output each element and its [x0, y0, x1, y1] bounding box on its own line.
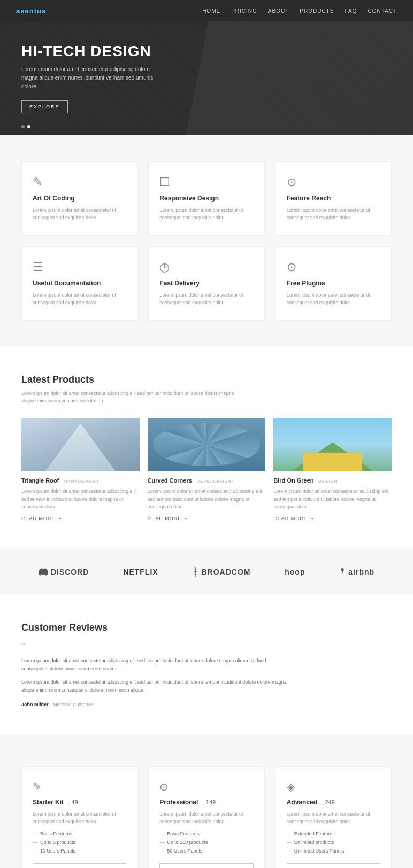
feature-card-2: ⊙ Feature Reach Lorem ipsum dolor amet c…: [276, 161, 392, 236]
hero-dot-2: [27, 125, 30, 128]
professional-price: . 149: [203, 799, 216, 805]
nav-links: HOME PRICING ABOUT PRODUCTS FAQ CONTACT: [202, 8, 397, 14]
advanced-desc: Lorem ipsum dolor amet consectetur ut co…: [287, 810, 380, 826]
professional-feature-2: 50 Users Panels: [159, 847, 253, 855]
feature-text-0: Lorem ipsum dolor amet consectetur ut co…: [33, 206, 126, 222]
nav-faq[interactable]: FAQ: [345, 8, 357, 14]
pricing-card-advanced: ◈ Advanced . 249 Lorem ipsum dolor amet …: [276, 766, 392, 868]
reviewer-name: John Milner: [21, 702, 49, 707]
professional-desc: Lorem ipsum dolor amet consectetur ut co…: [159, 810, 253, 826]
quote-icon: ": [21, 641, 392, 653]
feature-text-3: Lorem ipsum dolor amet consectetur ut co…: [33, 291, 126, 307]
hero-section: HI-TECH DESIGN Lorem ipsum dolor amet co…: [0, 21, 413, 135]
partners-section: DISCORD NETFLIX BROADCOM hoop airbnb: [0, 548, 413, 595]
product-card-2: Bird On Green DESIGN Lorem ipsum dolor s…: [273, 418, 392, 521]
product-card-1: Curved Corners DEVELOPMENT Lorem ipsum d…: [148, 418, 266, 521]
professional-name: Professional: [159, 799, 198, 806]
nav-home[interactable]: HOME: [202, 8, 220, 14]
products-subtitle: Lorem ipsum dolor sit amet consectetur a…: [21, 390, 235, 405]
feature-title-4: Fast Delivery: [159, 280, 253, 287]
logo: asentus: [16, 7, 46, 15]
feature-title-2: Feature Reach: [287, 195, 380, 202]
reviews-section: Customer Reviews " Lorem ipsum dolor sit…: [0, 595, 413, 734]
broadcom-icon: [192, 567, 198, 577]
product-desc-1: Lorem ipsum dolor sit amet consectetur a…: [148, 487, 266, 510]
product-title-1: Curved Corners: [148, 477, 192, 484]
nav-products[interactable]: PRODUCTS: [300, 8, 334, 14]
feature-card-0: ✎ Art Of Coding Lorem ipsum dolor amet c…: [21, 161, 137, 236]
feature-card-4: ◷ Fast Delivery Lorem ipsum dolor amet c…: [148, 246, 264, 321]
product-image-1: [148, 418, 266, 471]
starter-name: Starter Kit: [33, 799, 64, 806]
docs-icon: ☰: [33, 260, 126, 274]
read-more-2[interactable]: READ MORE →: [273, 516, 315, 521]
explore-button[interactable]: EXPLORE: [21, 100, 68, 113]
professional-icon: ⊙: [159, 780, 253, 793]
review-quote: Lorem ipsum dolor sit amet consectetur a…: [21, 657, 289, 673]
advanced-features: Extended Features Unlimited products Unl…: [287, 830, 380, 855]
pricing-section: ✎ Starter Kit . 49 Lorem ipsum dolor ame…: [0, 734, 413, 868]
product-desc-0: Lorem ipsum dolor sit amet consectetur a…: [21, 487, 140, 510]
product-category-1: DEVELOPMENT: [196, 479, 234, 484]
product-card-0: Triangle Roof MANAGEMENT Lorem ipsum dol…: [21, 418, 140, 521]
starter-feature-1: Up to 5 products: [33, 838, 126, 847]
starter-icon: ✎: [33, 780, 126, 793]
airbnb-label: airbnb: [348, 568, 374, 576]
discord-label: DISCORD: [51, 568, 89, 576]
nav-pricing[interactable]: PRICING: [231, 8, 257, 14]
feature-text-1: Lorem ipsum dolor amet consectetur ut co…: [159, 206, 253, 222]
pricing-card-professional: ⊙ Professional . 149 Lorem ipsum dolor a…: [148, 766, 264, 868]
reviews-title: Customer Reviews: [21, 622, 392, 633]
products-grid: Triangle Roof MANAGEMENT Lorem ipsum dol…: [21, 418, 392, 521]
advanced-choose-button[interactable]: CHOOSE: [287, 863, 380, 868]
delivery-icon: ◷: [159, 260, 253, 274]
navbar: asentus HOME PRICING ABOUT PRODUCTS FAQ …: [0, 0, 413, 21]
product-title-0: Triangle Roof: [21, 477, 59, 484]
hero-dot-1: [21, 125, 25, 128]
feature-title-3: Useful Documentation: [33, 280, 126, 287]
broadcom-label: BROADCOM: [201, 568, 250, 576]
partner-hoop: hoop: [285, 568, 305, 576]
coding-icon: ✎: [33, 175, 126, 189]
features-section: ✎ Art Of Coding Lorem ipsum dolor amet c…: [0, 135, 413, 347]
plugins-icon: ⊙: [287, 260, 380, 274]
advanced-name: Advanced: [287, 799, 317, 806]
starter-choose-button[interactable]: CHOOSE: [33, 863, 126, 868]
read-more-1[interactable]: READ MORE →: [148, 516, 189, 521]
professional-feature-1: Up to 100 products: [159, 838, 253, 847]
partner-discord: DISCORD: [39, 568, 89, 576]
advanced-feature-2: Unlimited Users Panels: [287, 847, 380, 855]
advanced-feature-0: Extended Features: [287, 830, 380, 838]
nav-about[interactable]: ABOUT: [268, 8, 289, 14]
starter-feature-0: Basic Features: [33, 830, 126, 838]
responsive-icon: ☐: [159, 175, 253, 189]
partner-broadcom: BROADCOM: [192, 567, 250, 577]
feature-title-5: Free Plugins: [287, 280, 380, 287]
product-image-2: [273, 418, 392, 471]
hoop-label: hoop: [285, 568, 305, 576]
review-quote2: Lorem ipsum dolor sit amet consectetur a…: [21, 678, 289, 695]
nav-contact[interactable]: CONTACT: [368, 8, 397, 14]
professional-choose-button[interactable]: CHOOSE: [159, 863, 253, 868]
starter-feature-2: 10 Users Panels: [33, 847, 126, 855]
feature-card-3: ☰ Useful Documentation Lorem ipsum dolor…: [21, 246, 137, 321]
product-image-0: [21, 418, 140, 471]
product-category-0: MANAGEMENT: [64, 479, 100, 484]
product-desc-2: Lorem ipsum dolor sit amet consectetur a…: [273, 487, 392, 510]
airbnb-icon: [339, 568, 346, 576]
advanced-icon: ◈: [287, 780, 380, 793]
product-title-2: Bird On Green: [273, 477, 313, 484]
hero-bg-decoration: [186, 21, 413, 135]
features-grid: ✎ Art Of Coding Lorem ipsum dolor amet c…: [21, 161, 392, 321]
feature-text-2: Lorem ipsum dolor amet consectetur ut co…: [287, 206, 380, 222]
feature-reach-icon: ⊙: [287, 175, 380, 189]
partner-airbnb: airbnb: [339, 568, 374, 576]
partner-netflix: NETFLIX: [123, 568, 158, 576]
read-more-0[interactable]: READ MORE →: [21, 516, 63, 521]
reviewer-role: , Metronic Customer: [50, 702, 94, 707]
feature-text-4: Lorem ipsum dolor amet consectetur ut co…: [159, 291, 253, 307]
products-title: Latest Products: [21, 374, 392, 385]
feature-text-5: Lorem ipsum dolor amet consectetur ut co…: [287, 291, 380, 307]
advanced-price: . 249: [322, 799, 334, 805]
hero-dots: [21, 125, 30, 128]
